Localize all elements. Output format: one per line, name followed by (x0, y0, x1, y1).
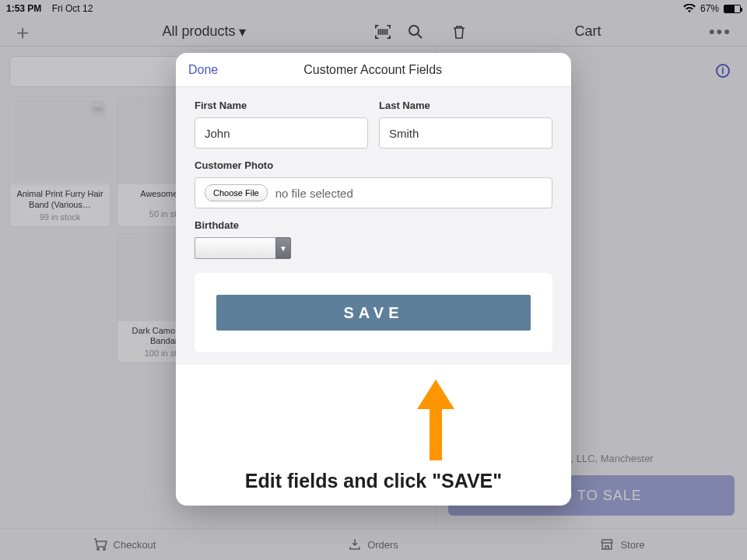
photo-label: Customer Photo (195, 159, 552, 171)
done-button[interactable]: Done (188, 63, 218, 77)
photo-file-input[interactable]: Choose File no file selected (195, 177, 552, 208)
last-name-input[interactable] (379, 117, 552, 149)
first-name-input[interactable] (195, 117, 368, 149)
instruction-text: Edit fields and click "SAVE" (176, 470, 571, 492)
last-name-label: Last Name (379, 100, 552, 111)
birthdate-select[interactable]: ▼ (195, 237, 552, 259)
pointer-arrow-icon (417, 380, 454, 460)
modal-title: Customer Account Fields (218, 63, 559, 77)
birthdate-label: Birthdate (195, 219, 552, 231)
no-file-text: no file selected (275, 187, 353, 200)
save-button[interactable]: SAVE (216, 295, 531, 331)
choose-file-button[interactable]: Choose File (205, 184, 268, 201)
customer-fields-modal: Done Customer Account Fields First Name … (176, 53, 571, 506)
chevron-down-icon[interactable]: ▼ (275, 237, 291, 259)
first-name-label: First Name (195, 100, 368, 111)
